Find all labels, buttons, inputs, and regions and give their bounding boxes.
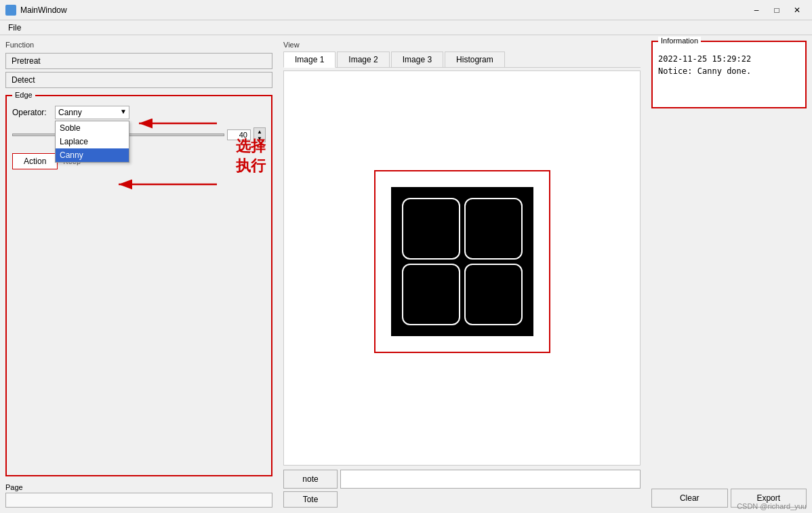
tab-image3[interactable]: Image 3 (391, 52, 443, 67)
note-button[interactable]: note (283, 470, 338, 489)
operator-select-wrapper: Canny ▼ Soble Laplace Canny (55, 106, 129, 119)
page-label: Page (5, 483, 272, 491)
function-label: Function (5, 41, 272, 49)
dropdown-item-soble[interactable]: Soble (56, 121, 129, 135)
detect-button[interactable]: Detect (5, 72, 272, 88)
image-canvas (283, 70, 641, 466)
operator-select-display[interactable]: Canny (55, 106, 129, 119)
tab-histogram[interactable]: Histogram (445, 52, 505, 67)
image-frame (374, 170, 550, 353)
menu-bar: File (0, 20, 812, 35)
title-buttons: – □ ✕ (747, 3, 807, 17)
dropdown-item-laplace[interactable]: Laplace (56, 135, 129, 148)
square-top-right (464, 198, 523, 260)
left-panel: Function Pretreat Detect Edge Operator: … (0, 35, 278, 513)
center-panel: View Image 1 Image 2 Image 3 Histogram (278, 35, 646, 513)
pretreat-button[interactable]: Pretreat (5, 53, 272, 69)
note-row: note (283, 470, 641, 489)
square-bottom-left (402, 264, 460, 325)
slider-row: ▲ ▼ (12, 127, 266, 142)
menu-file[interactable]: File (3, 22, 26, 34)
main-layout: Function Pretreat Detect Edge Operator: … (0, 35, 812, 513)
operator-dropdown: Soble Laplace Canny (55, 121, 129, 163)
squares-grid (391, 187, 533, 336)
action-button[interactable]: Action (12, 153, 58, 169)
info-content: 2022-11-25 15:29:22 Notice: Canny done. (658, 53, 800, 77)
maximize-button[interactable]: □ (767, 3, 786, 17)
window-title: MainWindow (20, 5, 747, 15)
edge-group-title: Edge (12, 91, 35, 99)
operator-label: Operator: (12, 108, 49, 117)
info-line1: 2022-11-25 15:29:22 (658, 53, 800, 65)
view-label: View (283, 41, 641, 49)
tab-image2[interactable]: Image 2 (337, 52, 389, 67)
tabs-row: Image 1 Image 2 Image 3 Histogram (283, 52, 641, 68)
page-group: Page (5, 480, 272, 508)
info-box-title: Information (658, 37, 701, 45)
tote-button[interactable]: Tote (283, 491, 338, 508)
clear-button[interactable]: Clear (651, 489, 728, 508)
minimize-button[interactable]: – (747, 3, 766, 17)
function-group: Function Pretreat Detect (5, 41, 272, 88)
dropdown-item-canny[interactable]: Canny (56, 148, 129, 162)
square-top-left (402, 198, 460, 260)
operator-row: Operator: Canny ▼ Soble Laplace Canny (12, 106, 266, 119)
image-content (391, 187, 533, 336)
app-icon (5, 5, 16, 16)
annotation-text: 选择执行 (236, 137, 266, 176)
info-line2: Notice: Canny done. (658, 65, 800, 77)
close-button[interactable]: ✕ (788, 3, 807, 17)
edge-group: Edge Operator: Canny ▼ Soble Laplace Can… (5, 95, 272, 476)
watermark: CSDN @richard_yuu (737, 502, 807, 510)
action-row: Action Keep (12, 153, 266, 169)
right-panel: Information 2022-11-25 15:29:22 Notice: … (646, 35, 812, 513)
page-field[interactable] (5, 493, 272, 508)
tab-image1[interactable]: Image 1 (283, 52, 336, 68)
tote-row: Tote (283, 491, 641, 508)
title-bar: MainWindow – □ ✕ (0, 0, 812, 20)
info-box: Information 2022-11-25 15:29:22 Notice: … (651, 41, 807, 108)
square-bottom-right (464, 264, 523, 325)
note-input[interactable] (340, 470, 641, 489)
spin-up-button[interactable]: ▲ (254, 128, 265, 135)
